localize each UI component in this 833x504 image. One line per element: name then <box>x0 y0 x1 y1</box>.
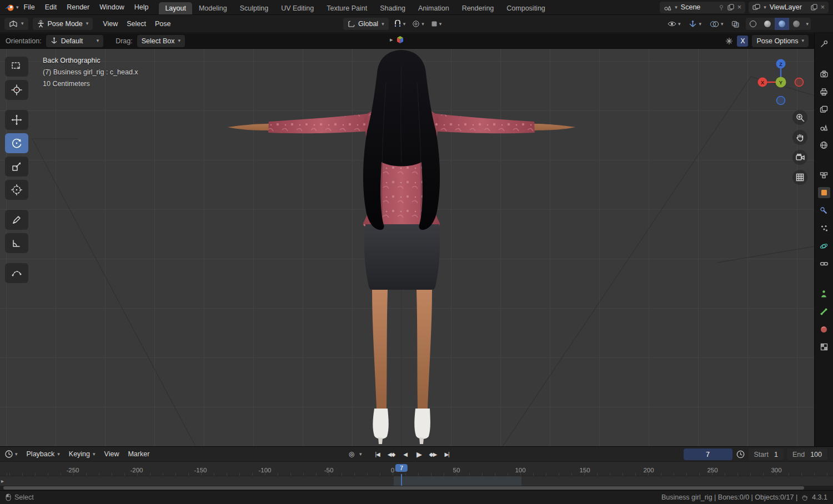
jump-to-start-button[interactable]: |◀ <box>372 448 384 460</box>
visibility-chevron[interactable]: ▾ <box>678 22 681 27</box>
extra-tool[interactable] <box>5 263 28 283</box>
menu-view[interactable]: View <box>98 18 122 30</box>
bone-tab-icon[interactable] <box>818 306 830 317</box>
select-box-tool[interactable] <box>5 57 28 77</box>
timeline-editor-type-icon[interactable] <box>4 450 13 458</box>
next-keyframe-button[interactable]: ◆▶ <box>427 448 439 460</box>
use-preview-range-icon[interactable] <box>736 450 745 459</box>
xray-toggle-button[interactable] <box>730 18 741 30</box>
blender-logo-icon[interactable] <box>4 3 15 12</box>
show-overlays-button[interactable]: ▾ <box>708 18 725 30</box>
workspace-tab-texture-paint[interactable]: Texture Paint <box>320 2 373 14</box>
timeline-menu-marker[interactable]: Marker <box>123 448 154 460</box>
gizmo-axis-z-negative[interactable] <box>777 97 785 105</box>
world-tab-icon[interactable] <box>818 139 830 150</box>
cursor-tool[interactable] <box>5 80 28 100</box>
shading-wireframe-button[interactable] <box>746 18 760 30</box>
workspace-tab-uv-editing[interactable]: UV Editing <box>275 2 320 14</box>
timeline-expand-arrow[interactable]: ▸ <box>1 478 4 484</box>
autokey-toggle[interactable]: ◎ <box>345 448 358 460</box>
gizmo-axis-x-negative[interactable] <box>795 78 804 87</box>
particles-tab-icon[interactable] <box>818 223 830 234</box>
prev-keyframe-button[interactable]: ◀◆ <box>385 448 398 460</box>
scale-tool[interactable] <box>5 157 28 177</box>
object-tab-icon[interactable] <box>818 187 830 198</box>
workspace-tab-modeling[interactable]: Modeling <box>193 2 233 14</box>
proportional-chevron[interactable]: ▾ <box>421 22 424 27</box>
play-reverse-button[interactable]: ◀ <box>399 448 412 460</box>
modifiers-tab-icon[interactable] <box>818 205 830 216</box>
texture-tab-icon[interactable] <box>818 341 830 352</box>
transform-orientation-button[interactable]: Global ▾ <box>343 18 389 30</box>
axes-cube-icon[interactable] <box>395 35 405 44</box>
workspace-tab-shading[interactable]: Shading <box>374 2 412 14</box>
physics-tab-icon[interactable] <box>818 240 830 251</box>
transform-tool[interactable] <box>5 180 28 200</box>
move-tool[interactable] <box>5 110 28 130</box>
mode-selector[interactable]: Pose Mode ▾ <box>33 18 93 30</box>
menu-help[interactable]: Help <box>129 2 154 13</box>
autokey-chevron[interactable]: ▾ <box>359 452 362 457</box>
timeline-menu-playback[interactable]: Playback▾ <box>22 448 64 460</box>
scene-tab-icon[interactable] <box>818 122 830 133</box>
navigation-gizmo[interactable]: Z X Y <box>757 58 805 106</box>
3d-viewport[interactable]: Back Orthographic (7) Business girl_rig … <box>0 49 814 446</box>
timeline-scroll-handle[interactable] <box>3 486 804 490</box>
data-tab-icon[interactable] <box>818 288 830 299</box>
workspace-tab-animation[interactable]: Animation <box>412 2 455 14</box>
camera-view-button[interactable] <box>792 150 807 165</box>
pan-hand-button[interactable] <box>792 130 807 145</box>
menu-render[interactable]: Render <box>62 2 94 13</box>
mirror-snowflake-icon[interactable] <box>725 37 733 45</box>
tool-tab-icon[interactable] <box>818 38 830 49</box>
shading-chevron[interactable]: ▾ <box>804 22 811 27</box>
collection-tab-icon[interactable] <box>818 169 830 180</box>
workspace-tab-rendering[interactable]: Rendering <box>456 2 500 14</box>
constraints-tab-icon[interactable] <box>818 258 830 269</box>
output-tab-icon[interactable] <box>818 86 830 97</box>
menu-window[interactable]: Window <box>94 2 129 13</box>
object-visibility-button[interactable]: ▾ <box>666 18 683 30</box>
jump-to-end-button[interactable]: ▶| <box>441 448 453 460</box>
unlink-scene-icon[interactable]: × <box>737 3 741 11</box>
logo-menu-chevron[interactable]: ▾ <box>16 5 19 10</box>
frame-start-field[interactable]: Start1 <box>749 448 784 460</box>
remove-viewlayer-icon[interactable]: × <box>821 3 825 11</box>
rotate-tool[interactable] <box>5 133 28 153</box>
expand-panel-arrow[interactable]: ▸ <box>390 37 393 43</box>
playhead[interactable]: 7 <box>395 464 408 472</box>
proportional-editing-button[interactable]: ▾ <box>410 18 426 30</box>
new-scene-icon[interactable] <box>727 4 734 11</box>
workspace-tab-layout[interactable]: Layout <box>159 2 192 14</box>
play-button[interactable]: ▶ <box>413 448 425 460</box>
viewlayer-selector[interactable]: ▾ ViewLayer × <box>749 2 829 13</box>
gizmo-chevron[interactable]: ▾ <box>699 22 701 27</box>
zoom-button[interactable] <box>792 110 807 125</box>
menu-pose[interactable]: Pose <box>150 18 175 30</box>
show-gizmo-button[interactable]: ▾ <box>687 18 703 30</box>
snap-chevron[interactable]: ▾ <box>403 22 406 27</box>
pose-options-dropdown[interactable]: Pose Options ▾ <box>752 35 809 47</box>
overlays-chevron[interactable]: ▾ <box>721 22 724 27</box>
menu-select[interactable]: Select <box>122 18 150 30</box>
character-model[interactable] <box>217 49 589 446</box>
orientation-default-dropdown[interactable]: Default ▾ <box>46 35 104 47</box>
viewlayer-tab-icon[interactable] <box>818 104 830 115</box>
measure-tool[interactable] <box>5 233 28 253</box>
falloff-button[interactable]: ▾ <box>429 18 444 30</box>
new-viewlayer-icon[interactable] <box>811 4 817 11</box>
scene-selector[interactable]: ▾ Scene × <box>660 2 745 13</box>
editor-type-button[interactable]: ▾ <box>4 18 28 30</box>
timeline-ruler[interactable]: -250 -200 -150 -100 -50 0 50 100 150 200… <box>0 462 833 476</box>
shading-material-button[interactable] <box>775 18 789 30</box>
menu-edit[interactable]: Edit <box>40 2 62 13</box>
menu-file[interactable]: File <box>19 2 40 13</box>
falloff-chevron[interactable]: ▾ <box>439 22 442 27</box>
timeline-menu-keying[interactable]: Keying▾ <box>64 448 100 460</box>
render-tab-icon[interactable] <box>818 68 830 79</box>
snap-button[interactable]: ▾ <box>392 18 408 30</box>
shading-rendered-button[interactable] <box>789 18 804 30</box>
timeline-editor-chevron[interactable]: ▾ <box>15 452 18 457</box>
annotate-tool[interactable] <box>5 210 28 230</box>
timeline-menu-view[interactable]: View <box>100 448 124 460</box>
